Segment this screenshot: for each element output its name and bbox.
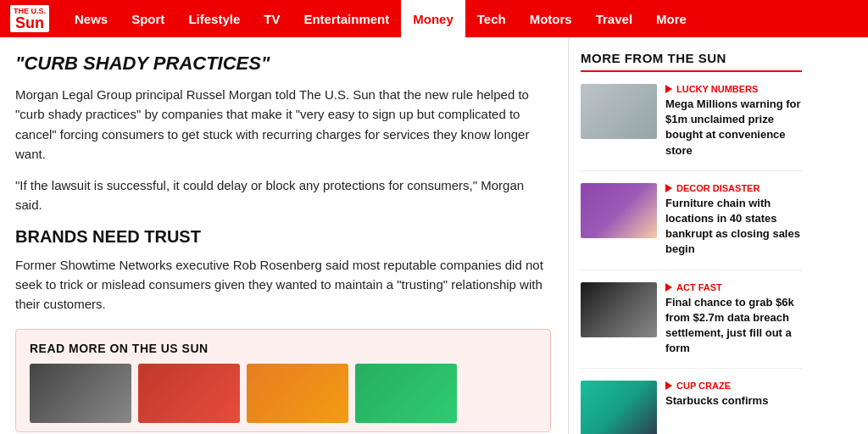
sidebar-tag-4: CUP CRAZE — [665, 381, 802, 391]
sidebar-item-text-3: ACT FAST Final chance to grab $6k from $… — [665, 282, 802, 357]
sidebar-headline-1: Mega Millions warning for $1m unclaimed … — [665, 97, 802, 159]
sidebar-item-3[interactable]: ACT FAST Final chance to grab $6k from $… — [581, 282, 802, 370]
nav-entertainment[interactable]: Entertainment — [292, 0, 401, 37]
main-nav: News Sport Lifestyle TV Entertainment Mo… — [63, 0, 698, 37]
paragraph-3: Former Showtime Networks executive Rob R… — [15, 255, 551, 314]
sidebar-tag-1: LUCKY NUMBERS — [665, 84, 802, 94]
sidebar-headline-3: Final chance to grab $6k from $2.7m data… — [665, 295, 802, 357]
read-more-thumbs — [30, 364, 537, 423]
sidebar-tag-3: ACT FAST — [665, 282, 802, 292]
sidebar-item-4[interactable]: CUP CRAZE Starbucks confirms — [581, 381, 802, 434]
read-more-thumb-2[interactable] — [138, 364, 240, 423]
sidebar-headline-2: Furniture chain with locations in 40 sta… — [665, 196, 802, 258]
nav-tv[interactable]: TV — [252, 0, 292, 37]
subheading-brands: BRANDS NEED TRUST — [15, 227, 551, 247]
sidebar-title: MORE FROM THE SUN — [581, 51, 802, 72]
article-content: "CURB SHADY PRACTICES" Morgan Legal Grou… — [0, 37, 568, 434]
sidebar-thumb-3 — [581, 282, 657, 337]
sidebar-headline-4: Starbucks confirms — [665, 393, 802, 409]
site-header: THE U.S. Sun News Sport Lifestyle TV Ent… — [0, 0, 868, 37]
sidebar-thumb-1 — [581, 84, 657, 139]
sidebar-thumb-4 — [581, 381, 657, 434]
video-icon-2 — [665, 184, 672, 192]
sidebar-item-2[interactable]: DECOR DISASTER Furniture chain with loca… — [581, 183, 802, 270]
nav-travel[interactable]: Travel — [584, 0, 644, 37]
paragraph-2: "If the lawsuit is successful, it could … — [15, 175, 551, 215]
main-container: "CURB SHADY PRACTICES" Morgan Legal Grou… — [0, 37, 868, 434]
nav-news[interactable]: News — [63, 0, 120, 37]
sidebar-item-text-1: LUCKY NUMBERS Mega Millions warning for … — [665, 84, 802, 159]
video-icon-1 — [665, 85, 672, 93]
nav-sport[interactable]: Sport — [120, 0, 176, 37]
read-more-box: READ MORE ON THE US SUN — [15, 329, 551, 432]
logo-line2: Sun — [14, 15, 46, 31]
sidebar-item-text-2: DECOR DISASTER Furniture chain with loca… — [665, 183, 802, 258]
sidebar-tag-2: DECOR DISASTER — [665, 183, 802, 193]
video-icon-4 — [665, 381, 672, 390]
nav-money[interactable]: Money — [401, 0, 465, 37]
paragraph-1: Morgan Legal Group principal Russel Morg… — [15, 85, 551, 164]
sidebar-item-text-4: CUP CRAZE Starbucks confirms — [665, 381, 802, 434]
section-heading: "CURB SHADY PRACTICES" — [15, 53, 551, 75]
sidebar-thumb-2 — [581, 183, 657, 238]
site-logo[interactable]: THE U.S. Sun — [10, 5, 49, 33]
video-icon-3 — [665, 283, 672, 292]
read-more-thumb-3[interactable] — [247, 364, 348, 423]
nav-lifestyle[interactable]: Lifestyle — [176, 0, 252, 37]
sidebar: MORE FROM THE SUN LUCKY NUMBERS Mega Mil… — [568, 37, 814, 434]
nav-motors[interactable]: Motors — [518, 0, 584, 37]
nav-tech[interactable]: Tech — [465, 0, 518, 37]
sidebar-item-1[interactable]: LUCKY NUMBERS Mega Millions warning for … — [581, 84, 802, 171]
read-more-thumb-1[interactable] — [30, 364, 131, 423]
read-more-thumb-4[interactable] — [355, 364, 457, 423]
nav-more[interactable]: More — [644, 0, 698, 37]
read-more-title: READ MORE ON THE US SUN — [30, 342, 537, 355]
